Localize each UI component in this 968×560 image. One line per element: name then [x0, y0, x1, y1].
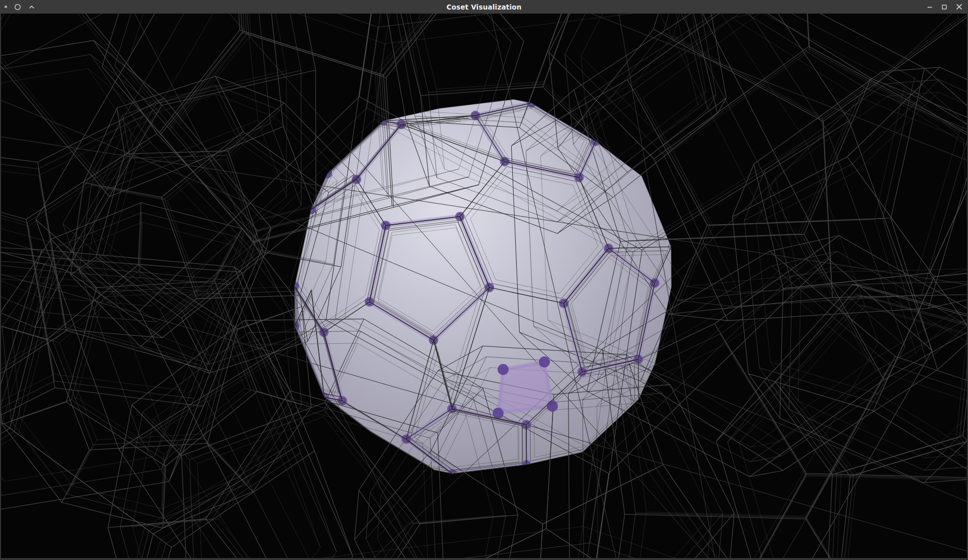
- titlebar: Coset Visualization: [0, 0, 968, 14]
- window-title: Coset Visualization: [0, 0, 968, 14]
- minimize-button[interactable]: [927, 4, 933, 10]
- close-button[interactable]: [956, 4, 962, 10]
- app-window: Coset Visualization: [0, 0, 968, 560]
- titlebar-left-icons: [0, 4, 35, 11]
- window-controls: [927, 4, 968, 10]
- chevron-up-icon[interactable]: [28, 4, 35, 11]
- dot-icon: [5, 6, 7, 8]
- scene-canvas[interactable]: [1, 14, 967, 558]
- circle-icon[interactable]: [14, 4, 21, 11]
- coset-3d-viewport[interactable]: [0, 14, 968, 560]
- maximize-button[interactable]: [941, 4, 947, 10]
